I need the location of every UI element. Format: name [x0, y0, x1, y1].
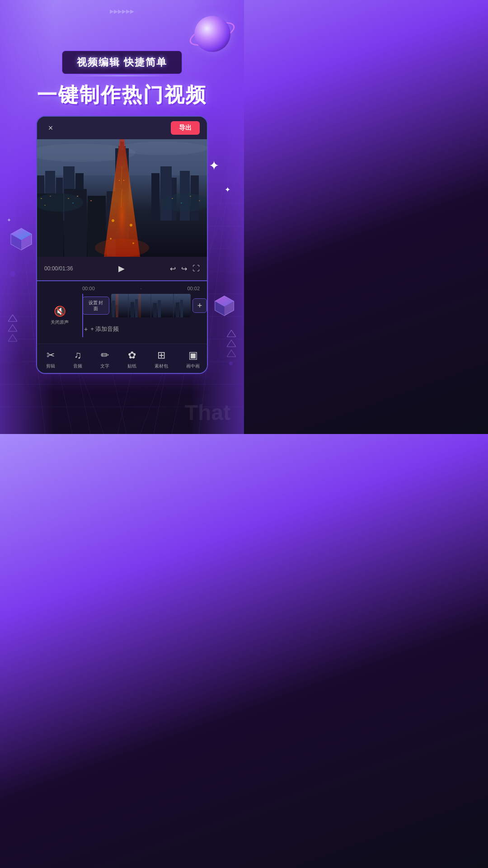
tool-audio[interactable]: ♫ 音频 [70, 349, 86, 370]
svg-point-44 [117, 142, 207, 155]
svg-rect-104 [138, 294, 141, 317]
svg-rect-95 [112, 301, 115, 317]
timeline-area: 00:00 · 00:02 🔇 关闭原声 设置 封面 [37, 280, 207, 344]
svg-point-83 [112, 219, 114, 222]
svg-rect-74 [90, 200, 92, 201]
cut-label: 剪辑 [46, 363, 55, 369]
ruler-time-1: 00:00 [82, 286, 95, 291]
cube-decoration-right [213, 294, 236, 316]
pip-icon: ▣ [188, 349, 198, 361]
svg-point-87 [95, 239, 149, 257]
play-button[interactable]: ▶ [78, 261, 164, 276]
text-icon: ✏ [101, 349, 109, 361]
svg-rect-59 [151, 173, 160, 221]
page-content: ▶▶▶▶▶▶ 视频编辑 快捷简单 一键制作热门视频 × 导出 [0, 0, 244, 434]
timeline-tracks: 🔇 关闭原声 设置 封面 [37, 294, 207, 340]
tool-text[interactable]: ✏ 文字 [97, 349, 113, 370]
add-audio-button[interactable]: + + 添加音频 [82, 325, 119, 333]
time-display: 00:00/01:36 [44, 265, 73, 272]
header-banner-text: 视频编辑 快捷简单 [77, 57, 167, 68]
pip-label: 画中画 [186, 363, 200, 369]
audio-label: 音频 [73, 363, 82, 369]
close-button[interactable]: × [44, 122, 57, 134]
text-label: 文字 [100, 363, 109, 369]
svg-rect-98 [135, 299, 138, 317]
main-headline: 一键制作热门视频 [33, 84, 211, 106]
sparkle-star-3: ✦ [7, 217, 11, 223]
audio-icon: ♫ [74, 349, 82, 361]
redo-button[interactable]: ↪ [181, 264, 187, 273]
mute-label: 关闭原声 [51, 319, 69, 326]
sticker-label: 贴纸 [127, 363, 136, 369]
tool-pack[interactable]: ⊞ 素材包 [151, 349, 172, 370]
audio-track: + + 添加音频 [82, 321, 207, 337]
svg-rect-99 [153, 303, 157, 317]
video-clip[interactable] [111, 294, 191, 317]
sticker-icon: ✿ [128, 349, 136, 361]
play-area: ▶ [78, 261, 164, 276]
fullscreen-button[interactable]: ⛶ [192, 264, 200, 273]
track-controls: 🔇 关闭原声 [37, 302, 82, 329]
add-audio-label: + 添加音频 [90, 325, 119, 333]
export-button[interactable]: 导出 [171, 121, 200, 135]
sparkle-star-2: ✦ [225, 185, 230, 194]
tool-sticker[interactable]: ✿ 贴纸 [124, 349, 140, 370]
add-clip-button[interactable]: + [192, 298, 207, 313]
pack-label: 素材包 [155, 363, 168, 369]
cube-decoration-left [9, 226, 34, 251]
tool-pip[interactable]: ▣ 画中画 [183, 349, 203, 370]
ruler-time-2: 00:02 [187, 286, 200, 291]
set-cover-text: 设置 封面 [86, 300, 105, 311]
add-audio-icon: + [84, 326, 88, 333]
sphere-decoration [194, 16, 230, 52]
svg-rect-101 [176, 302, 179, 317]
playhead [82, 294, 83, 337]
header-banner: 视频编辑 快捷简单 [62, 51, 182, 74]
controls-right: ↩ ↪ ⛶ [170, 264, 200, 273]
mute-icon[interactable]: 🔇 [54, 306, 66, 317]
tracks-content: 设置 封面 [82, 294, 207, 337]
set-cover-chip[interactable]: 设置 封面 [82, 297, 109, 315]
top-arrows: ▶▶▶▶▶▶ [110, 8, 134, 14]
svg-point-85 [110, 238, 112, 240]
sparkle-star-1: ✦ [209, 158, 219, 173]
svg-rect-94 [111, 303, 112, 317]
tool-cut[interactable]: ✂ 剪辑 [42, 349, 59, 370]
cut-icon: ✂ [47, 349, 55, 361]
svg-rect-102 [180, 300, 183, 317]
video-preview [37, 139, 207, 257]
pack-icon: ⊞ [157, 349, 165, 361]
svg-rect-103 [116, 294, 118, 317]
svg-rect-58 [160, 166, 172, 221]
svg-point-84 [130, 224, 132, 226]
video-track: 设置 封面 [82, 294, 207, 317]
svg-rect-97 [131, 302, 134, 317]
timeline-ruler: 00:00 · 00:02 [37, 285, 207, 294]
video-controls-bar: 00:00/01:36 ▶ ↩ ↪ ⛶ [37, 257, 207, 280]
undo-button[interactable]: ↩ [170, 264, 176, 273]
editor-card: × 导出 [36, 116, 208, 374]
svg-rect-100 [158, 300, 161, 317]
editor-top-bar: × 导出 [37, 117, 207, 139]
bottom-toolbar: ✂ 剪辑 ♫ 音频 ✏ 文字 ✿ 贴纸 ⊞ 素材包 ▣ 画中画 [37, 344, 208, 373]
